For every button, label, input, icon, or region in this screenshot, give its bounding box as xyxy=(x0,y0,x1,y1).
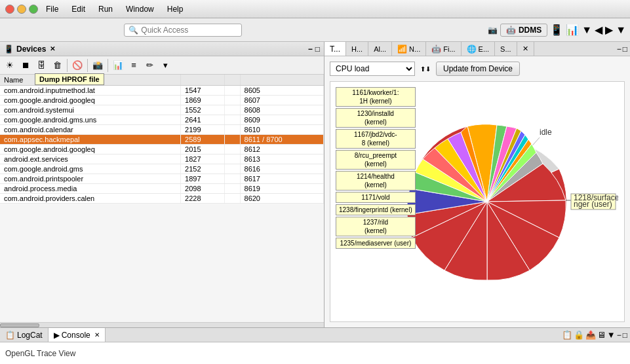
debug-button[interactable]: ☀ xyxy=(3,58,17,73)
table-row[interactable]: com.appsec.hackmepal 2589 8611 / 8700 xyxy=(0,135,324,145)
tab-console[interactable]: ▶ Console ✕ xyxy=(49,328,106,342)
horizontal-scrollbar[interactable] xyxy=(0,322,324,327)
tab-logcat[interactable]: 📋 LogCat xyxy=(0,328,49,342)
menu-help[interactable]: Help xyxy=(165,3,186,15)
toolbar-icon-6[interactable]: ▼ xyxy=(616,24,626,36)
col-pid xyxy=(181,75,225,86)
cell-name: com.android.systemui xyxy=(0,105,181,115)
cpu-select[interactable]: CPU load xyxy=(330,62,415,76)
tab-al[interactable]: Al... xyxy=(368,42,392,56)
cell-name: com.android.printspooler xyxy=(0,174,181,184)
more-button[interactable]: ▾ xyxy=(158,58,172,73)
devices-table[interactable]: Name com.android.inputmethod.lat 1547 86… xyxy=(0,75,324,322)
minimize-button[interactable] xyxy=(17,5,26,14)
screenshot-icon[interactable]: 📷 xyxy=(488,26,498,35)
bottom-icon-2[interactable]: 🔒 xyxy=(574,330,584,340)
cpu-select-arrow[interactable]: ⬆⬇ xyxy=(420,65,431,73)
table-row[interactable]: com.google.android.gms 2152 8616 xyxy=(0,164,324,174)
menu-run[interactable]: Run xyxy=(96,3,115,15)
cell-pid: 1897 xyxy=(181,174,225,184)
cell-status xyxy=(225,86,240,96)
start-method-profiling-button[interactable]: ✏ xyxy=(142,58,157,73)
maximize-icon[interactable]: □ xyxy=(315,45,320,54)
legend-vold: 1171/vold xyxy=(336,192,416,203)
menu-window[interactable]: Window xyxy=(123,3,157,15)
cell-port: 8616 xyxy=(240,164,323,174)
bottom-icon-1[interactable]: 📋 xyxy=(562,330,572,340)
separator-1 xyxy=(67,59,68,72)
toolbar-icon-2[interactable]: 📊 xyxy=(566,24,579,36)
close-button[interactable] xyxy=(5,5,14,14)
table-row[interactable]: com.google.android.gms.uns 2641 8609 xyxy=(0,115,324,125)
cell-name: android.process.media xyxy=(0,184,181,194)
tab-close[interactable]: ✕ xyxy=(517,42,534,56)
cell-status xyxy=(225,194,240,204)
table-row[interactable]: com.android.providers.calen 2228 8620 xyxy=(0,194,324,204)
cell-status xyxy=(225,135,240,145)
android-icon-2: 🤖 xyxy=(431,45,441,54)
table-row[interactable]: com.android.calendar 2199 8610 xyxy=(0,125,324,135)
main-area: 📱 Devices ✕ − □ ☀ ⏹ 🗄 Dump HPROF file 🗑 … xyxy=(0,42,630,327)
table-row[interactable]: com.google.android.googleq 2015 8612 xyxy=(0,145,324,155)
bottom-tabs-row: 📋 LogCat ▶ Console ✕ 📋 🔒 📤 🖥 ▼ − □ xyxy=(0,328,630,342)
title-bar: File Edit Run Window Help xyxy=(0,0,630,18)
tab-n[interactable]: 📶N... xyxy=(392,42,426,56)
gc-button[interactable]: 🗑 xyxy=(50,58,64,73)
cell-port: 8612 xyxy=(240,145,323,155)
minimize-icon[interactable]: − xyxy=(308,45,313,54)
kill-button[interactable]: 🚫 xyxy=(70,58,85,73)
update-from-device-button[interactable]: Update from Device xyxy=(436,62,520,76)
scrollbar-thumb[interactable] xyxy=(0,323,39,327)
search-box[interactable]: 🔍 xyxy=(124,24,242,37)
bottom-icon-4[interactable]: 🖥 xyxy=(597,330,606,340)
table-row[interactable]: android.process.media 2098 8619 xyxy=(0,184,324,194)
menu-edit[interactable]: Edit xyxy=(69,3,88,15)
cell-status xyxy=(225,105,240,115)
toolbar-icon-1[interactable]: 📱 xyxy=(550,24,563,36)
cell-pid: 1869 xyxy=(181,96,225,105)
devices-panel-header: 📱 Devices ✕ − □ xyxy=(0,42,324,56)
search-input[interactable] xyxy=(141,26,233,35)
bottom-maximize[interactable]: □ xyxy=(623,331,627,340)
cell-pid: 2228 xyxy=(181,194,225,204)
update-threads-button[interactable]: 📊 xyxy=(111,58,125,73)
cell-status xyxy=(225,115,240,125)
screenshot-device-button[interactable]: 📸 xyxy=(90,58,105,73)
cell-port: 8605 xyxy=(240,86,323,96)
dump-hprof-button[interactable]: 🗄 Dump HPROF file xyxy=(34,58,49,73)
bottom-icon-3[interactable]: 📤 xyxy=(585,330,596,340)
toolbar-icon-3[interactable]: ▼ xyxy=(581,24,592,36)
bottom-tab-actions: 📋 🔒 📤 🖥 ▼ − □ xyxy=(562,330,630,340)
svg-text:nger (user): nger (user) xyxy=(574,200,612,209)
earth-icon: 🌐 xyxy=(467,45,477,54)
table-row[interactable]: com.google.android.googleq 1869 8607 xyxy=(0,96,324,105)
bottom-minimize[interactable]: − xyxy=(617,331,621,340)
tab-s[interactable]: S... xyxy=(495,42,517,56)
table-row[interactable]: com.android.inputmethod.lat 1547 8605 xyxy=(0,86,324,96)
table-row[interactable]: com.android.systemui 1552 8608 xyxy=(0,105,324,115)
menu-file[interactable]: File xyxy=(43,3,61,15)
legend-jbd2: 1167/jbd2/vdc-8 (kernel) xyxy=(336,129,416,149)
right-panel-minimize[interactable]: − xyxy=(617,45,621,54)
devices-close-icon[interactable]: ✕ xyxy=(50,45,55,52)
bottom-content: OpenGL Trace View xyxy=(0,342,630,364)
ddms-button[interactable]: 🤖 DDMS xyxy=(500,24,547,37)
tab-h[interactable]: H... xyxy=(346,42,368,56)
console-close-icon[interactable]: ✕ xyxy=(94,331,100,338)
table-row[interactable]: com.android.printspooler 1897 8617 xyxy=(0,174,324,184)
maximize-button[interactable] xyxy=(29,5,38,14)
bottom-icon-5[interactable]: ▼ xyxy=(607,330,616,340)
tab-t[interactable]: T... xyxy=(325,42,346,56)
stop-button[interactable]: ⏹ xyxy=(18,58,33,73)
cell-pid: 2152 xyxy=(181,164,225,174)
toolbar-icon-5[interactable]: ▶ xyxy=(605,24,613,36)
thread-info-button[interactable]: ≡ xyxy=(127,58,141,73)
tab-e[interactable]: 🌐E... xyxy=(462,42,496,56)
cell-port: 8609 xyxy=(240,115,323,125)
table-row[interactable]: android.ext.services 1827 8613 xyxy=(0,155,324,164)
tab-fi[interactable]: 🤖Fi... xyxy=(426,42,461,56)
toolbar-icon-4[interactable]: ◀ xyxy=(595,24,602,36)
cell-pid: 2589 xyxy=(181,135,225,145)
right-panel-maximize[interactable]: □ xyxy=(623,45,627,54)
cell-status xyxy=(225,184,240,194)
